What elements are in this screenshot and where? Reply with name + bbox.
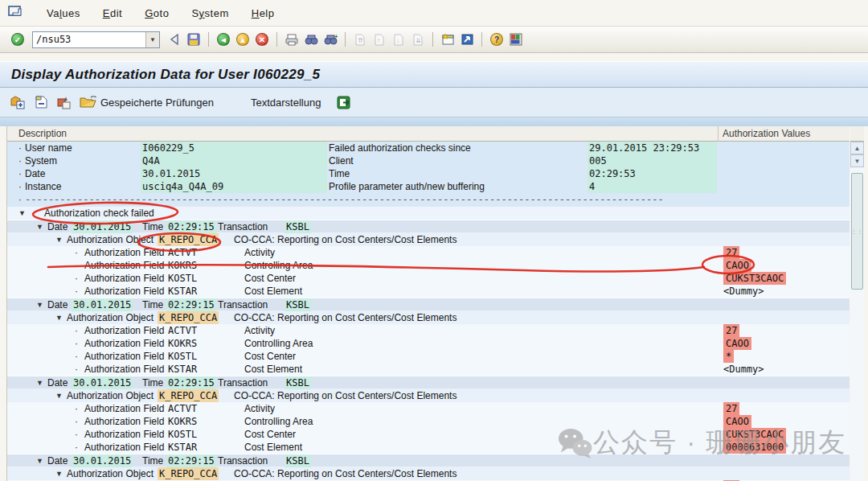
- collapse-subtree-button[interactable]: [32, 92, 51, 112]
- object-row[interactable]: ▼Authorization ObjectK_REPO_CCACO-CCA: R…: [7, 467, 850, 480]
- transaction-label: Transaction: [218, 454, 268, 467]
- field-row[interactable]: ·Authorization FieldKOKRSControlling Are…: [7, 259, 850, 272]
- field-description: Cost Center: [244, 428, 296, 441]
- field-description: Activity: [244, 246, 275, 259]
- command-input[interactable]: [33, 32, 145, 47]
- authorization-value: 27: [723, 246, 739, 259]
- field-row[interactable]: ·Authorization FieldACTVTActivity27: [7, 246, 850, 259]
- saved-checks-button[interactable]: Gespeicherte Prüfungen: [77, 92, 219, 112]
- help-button[interactable]: ?: [488, 31, 506, 48]
- authorization-value: CAOO: [723, 415, 751, 428]
- page-up-button[interactable]: ↑: [371, 31, 388, 48]
- collapse-arrow-icon[interactable]: ▼: [18, 207, 26, 220]
- create-shortcut-button[interactable]: [458, 31, 476, 48]
- menu-goto[interactable]: Goto: [133, 4, 180, 23]
- authorization-tree: ▼ Authorization check failed ▼Date30.01.…: [7, 207, 850, 481]
- object-label: Authorization Object: [67, 467, 154, 480]
- field-bullet: ·: [75, 428, 78, 441]
- menu-help[interactable]: Help: [240, 4, 286, 23]
- new-session-button[interactable]: [439, 31, 457, 48]
- binoculars-icon: [305, 34, 318, 45]
- date-row[interactable]: ▼Date30.01.2015Time02:29:15TransactionKS…: [7, 298, 850, 311]
- scrollbar-thumb[interactable]: ⋮⋮: [851, 173, 863, 290]
- authorization-value: 27: [723, 402, 739, 415]
- info-divider-row: · --------------------------------------…: [7, 193, 850, 206]
- info-value: Q4A: [142, 154, 160, 167]
- transaction-value: KSBL: [285, 298, 311, 311]
- field-row[interactable]: ·Authorization FieldACTVTActivity27: [7, 324, 850, 337]
- collapse-arrow-icon[interactable]: ▼: [36, 220, 43, 233]
- collapse-arrow-icon[interactable]: ▼: [36, 454, 43, 467]
- system-menu-icon[interactable]: [8, 6, 24, 21]
- object-row[interactable]: ▼Authorization ObjectK_REPO_CCACO-CCA: R…: [7, 233, 850, 246]
- svg-text:⇈: ⇈: [358, 37, 363, 44]
- date-row[interactable]: ▼Date30.01.2015Time02:29:15TransactionKS…: [7, 454, 850, 467]
- info-label: Date: [25, 167, 45, 180]
- field-name: ACTVT: [168, 324, 197, 337]
- new-session-icon: [441, 33, 455, 46]
- field-row[interactable]: ·Authorization FieldKOKRSControlling Are…: [7, 415, 850, 428]
- field-row[interactable]: ·Authorization FieldKOSTLCost CenterCUKS…: [7, 272, 850, 285]
- sort-hierarchy-button[interactable]: [55, 92, 74, 112]
- time-value: 02:29:15: [166, 376, 216, 389]
- field-name: KOKRS: [168, 337, 197, 350]
- field-name: ACTVT: [168, 402, 197, 415]
- authorization-value: CUKST3CAOC: [723, 272, 786, 285]
- menu-system[interactable]: System: [180, 4, 240, 23]
- menu-edit[interactable]: Edit: [92, 4, 133, 23]
- enter-button[interactable]: ✓: [9, 31, 27, 48]
- command-dropdown-icon[interactable]: ▼: [145, 32, 159, 47]
- collapse-arrow-icon[interactable]: ▼: [55, 467, 63, 480]
- date-row[interactable]: ▼Date30.01.2015Time02:29:15TransactionKS…: [7, 376, 850, 389]
- print-button[interactable]: [283, 31, 301, 48]
- field-row[interactable]: ·Authorization FieldKOKRSControlling Are…: [7, 337, 850, 350]
- info-row: ·Date30.01.2015Time02:29:53: [7, 167, 850, 180]
- field-row[interactable]: ·Authorization FieldACTVTActivity27: [7, 402, 850, 415]
- back-page-button[interactable]: ◄: [215, 31, 232, 48]
- time-label: Time: [142, 454, 163, 467]
- vertical-scrollbar[interactable]: ▲ ▼ ⋮⋮: [850, 126, 864, 481]
- collapse-arrow-icon[interactable]: ▼: [55, 311, 63, 324]
- text-display-button[interactable]: Textdarstellung: [245, 92, 326, 112]
- time-label: Time: [142, 220, 163, 233]
- find-button[interactable]: [302, 31, 320, 48]
- field-row[interactable]: ·Authorization FieldKSTARCost Element<Du…: [7, 285, 850, 298]
- object-label: Authorization Object: [67, 389, 154, 402]
- field-label: Authorization Field: [84, 402, 164, 415]
- export-button[interactable]: [334, 92, 354, 112]
- page-down-button[interactable]: ↓: [390, 31, 407, 48]
- field-row[interactable]: ·Authorization FieldKSTARCost Element000…: [7, 441, 850, 454]
- back-button[interactable]: [166, 31, 183, 48]
- field-row[interactable]: ·Authorization FieldKOSTLCost Center*: [7, 350, 850, 363]
- field-row[interactable]: ·Authorization FieldKSTARCost Element<Du…: [7, 363, 850, 376]
- field-row[interactable]: ·Authorization FieldKOSTLCost CenterCUKS…: [7, 428, 850, 441]
- date-value: 30.01.2015: [72, 376, 133, 389]
- help-question-icon: ?: [490, 33, 503, 46]
- scroll-down-button[interactable]: ▼: [850, 154, 864, 167]
- date-label: Date: [47, 220, 68, 233]
- column-divider: [718, 126, 719, 142]
- object-row[interactable]: ▼Authorization ObjectK_REPO_CCACO-CCA: R…: [7, 389, 850, 402]
- collapse-arrow-icon[interactable]: ▼: [55, 233, 63, 246]
- customize-layout-button[interactable]: [507, 31, 525, 48]
- title-bar: Display Authorization Data for User I060…: [0, 61, 868, 88]
- expand-subtree-button[interactable]: [8, 92, 29, 112]
- collapse-arrow-icon[interactable]: ▼: [36, 376, 43, 389]
- exit-button[interactable]: ▲: [234, 31, 252, 48]
- find-next-button[interactable]: +: [321, 31, 339, 48]
- date-row[interactable]: ▼Date30.01.2015Time02:29:15TransactionKS…: [7, 220, 850, 233]
- menu-values[interactable]: Values: [35, 4, 92, 23]
- first-page-button[interactable]: ⇈: [351, 31, 369, 48]
- object-row[interactable]: ▼Authorization ObjectK_REPO_CCACO-CCA: R…: [7, 311, 850, 324]
- last-page-button[interactable]: ⇊: [409, 31, 427, 48]
- cancel-button[interactable]: ✕: [253, 31, 271, 48]
- collapse-subtree-icon: [35, 96, 49, 109]
- save-button[interactable]: [185, 31, 203, 48]
- standard-toolbar: ✓ ▼ ◄ ▲ ✕ + ⇈ ↑ ↓ ⇊ ?: [0, 27, 868, 53]
- collapse-arrow-icon[interactable]: ▼: [55, 389, 63, 402]
- info-label: User name: [25, 142, 72, 154]
- collapse-arrow-icon[interactable]: ▼: [36, 298, 43, 311]
- field-label: Authorization Field: [84, 350, 164, 363]
- tree-root-row[interactable]: ▼ Authorization check failed: [7, 207, 850, 220]
- scroll-up-button[interactable]: ▲: [850, 142, 864, 154]
